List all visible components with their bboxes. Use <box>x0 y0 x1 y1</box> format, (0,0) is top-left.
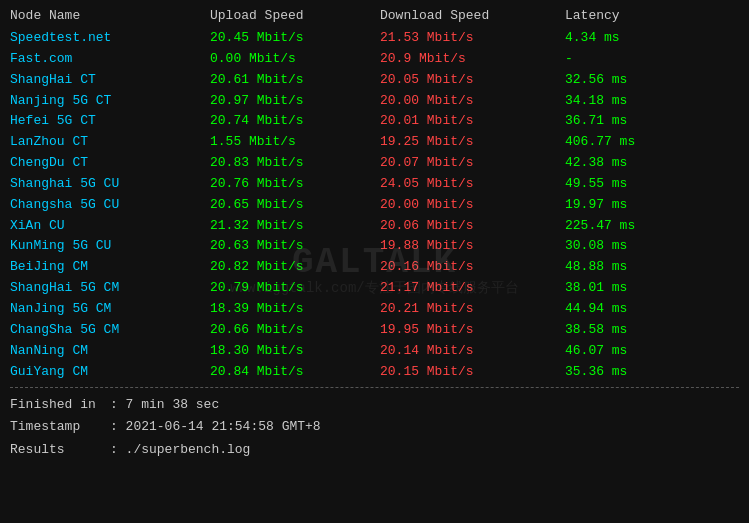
cell-download: 20.15 Mbit/s <box>380 363 565 382</box>
cell-upload: 20.74 Mbit/s <box>210 112 380 131</box>
header-node: Node Name <box>10 8 210 23</box>
cell-node: ShangHai 5G CM <box>10 279 210 298</box>
table-row: NanJing 5G CM 18.39 Mbit/s 20.21 Mbit/s … <box>10 300 739 319</box>
cell-node: ChengDu CT <box>10 154 210 173</box>
cell-latency: 44.94 ms <box>565 300 695 319</box>
table-row: Nanjing 5G CT 20.97 Mbit/s 20.00 Mbit/s … <box>10 92 739 111</box>
header-latency: Latency <box>565 8 695 23</box>
cell-download: 20.05 Mbit/s <box>380 71 565 90</box>
cell-download: 21.17 Mbit/s <box>380 279 565 298</box>
cell-latency: 225.47 ms <box>565 217 695 236</box>
cell-latency: 36.71 ms <box>565 112 695 131</box>
cell-upload: 20.61 Mbit/s <box>210 71 380 90</box>
cell-upload: 20.83 Mbit/s <box>210 154 380 173</box>
cell-upload: 20.63 Mbit/s <box>210 237 380 256</box>
cell-node: XiAn CU <box>10 217 210 236</box>
cell-latency: 34.18 ms <box>565 92 695 111</box>
footer-finished: Finished in : 7 min 38 sec <box>10 394 739 416</box>
cell-download: 20.21 Mbit/s <box>380 300 565 319</box>
footer-timestamp-value: : 2021-06-14 21:54:58 GMT+8 <box>110 416 321 438</box>
cell-download: 20.9 Mbit/s <box>380 50 565 69</box>
cell-upload: 21.32 Mbit/s <box>210 217 380 236</box>
cell-latency: 38.58 ms <box>565 321 695 340</box>
cell-upload: 20.65 Mbit/s <box>210 196 380 215</box>
cell-download: 20.16 Mbit/s <box>380 258 565 277</box>
footer-results-label: Results <box>10 439 110 461</box>
cell-node: BeiJing CM <box>10 258 210 277</box>
cell-node: KunMing 5G CU <box>10 237 210 256</box>
cell-latency: 46.07 ms <box>565 342 695 361</box>
cell-latency: 32.56 ms <box>565 71 695 90</box>
table-row: GuiYang CM 20.84 Mbit/s 20.15 Mbit/s 35.… <box>10 363 739 382</box>
cell-node: LanZhou CT <box>10 133 210 152</box>
footer-timestamp: Timestamp : 2021-06-14 21:54:58 GMT+8 <box>10 416 739 438</box>
header-upload: Upload Speed <box>210 8 380 23</box>
terminal-window: GALTALK www.iggtalk.com/专注于国内专线服务平台 Node… <box>0 0 749 523</box>
cell-download: 20.06 Mbit/s <box>380 217 565 236</box>
cell-download: 20.00 Mbit/s <box>380 196 565 215</box>
cell-upload: 18.30 Mbit/s <box>210 342 380 361</box>
cell-node: NanJing 5G CM <box>10 300 210 319</box>
footer-timestamp-label: Timestamp <box>10 416 110 438</box>
cell-upload: 20.66 Mbit/s <box>210 321 380 340</box>
table-row: ShangHai CT 20.61 Mbit/s 20.05 Mbit/s 32… <box>10 71 739 90</box>
cell-upload: 18.39 Mbit/s <box>210 300 380 319</box>
cell-download: 20.00 Mbit/s <box>380 92 565 111</box>
cell-upload: 0.00 Mbit/s <box>210 50 380 69</box>
cell-upload: 20.84 Mbit/s <box>210 363 380 382</box>
cell-node: Fast.com <box>10 50 210 69</box>
cell-upload: 20.97 Mbit/s <box>210 92 380 111</box>
cell-latency: 19.97 ms <box>565 196 695 215</box>
cell-node: ChangSha 5G CM <box>10 321 210 340</box>
table-row: BeiJing CM 20.82 Mbit/s 20.16 Mbit/s 48.… <box>10 258 739 277</box>
cell-download: 19.88 Mbit/s <box>380 237 565 256</box>
table-row: XiAn CU 21.32 Mbit/s 20.06 Mbit/s 225.47… <box>10 217 739 236</box>
table-row: LanZhou CT 1.55 Mbit/s 19.25 Mbit/s 406.… <box>10 133 739 152</box>
cell-node: GuiYang CM <box>10 363 210 382</box>
cell-node: Speedtest.net <box>10 29 210 48</box>
cell-latency: 406.77 ms <box>565 133 695 152</box>
table-row: Changsha 5G CU 20.65 Mbit/s 20.00 Mbit/s… <box>10 196 739 215</box>
cell-node: ShangHai CT <box>10 71 210 90</box>
table-header: Node Name Upload Speed Download Speed La… <box>10 8 739 25</box>
table-row: NanNing CM 18.30 Mbit/s 20.14 Mbit/s 46.… <box>10 342 739 361</box>
cell-download: 20.07 Mbit/s <box>380 154 565 173</box>
table-row: Hefei 5G CT 20.74 Mbit/s 20.01 Mbit/s 36… <box>10 112 739 131</box>
cell-upload: 20.79 Mbit/s <box>210 279 380 298</box>
cell-upload: 20.76 Mbit/s <box>210 175 380 194</box>
cell-latency: 35.36 ms <box>565 363 695 382</box>
table-row: ChangSha 5G CM 20.66 Mbit/s 19.95 Mbit/s… <box>10 321 739 340</box>
table-row: Fast.com 0.00 Mbit/s 20.9 Mbit/s - <box>10 50 739 69</box>
cell-latency: 4.34 ms <box>565 29 695 48</box>
table-row: ShangHai 5G CM 20.79 Mbit/s 21.17 Mbit/s… <box>10 279 739 298</box>
cell-node: Changsha 5G CU <box>10 196 210 215</box>
cell-download: 19.25 Mbit/s <box>380 133 565 152</box>
table-row: Speedtest.net 20.45 Mbit/s 21.53 Mbit/s … <box>10 29 739 48</box>
cell-node: Shanghai 5G CU <box>10 175 210 194</box>
cell-download: 20.01 Mbit/s <box>380 112 565 131</box>
footer-results-value: : ./superbench.log <box>110 439 250 461</box>
cell-node: Hefei 5G CT <box>10 112 210 131</box>
cell-download: 24.05 Mbit/s <box>380 175 565 194</box>
footer-finished-value: : 7 min 38 sec <box>110 394 219 416</box>
cell-upload: 20.45 Mbit/s <box>210 29 380 48</box>
cell-latency: 42.38 ms <box>565 154 695 173</box>
cell-node: NanNing CM <box>10 342 210 361</box>
cell-latency: 38.01 ms <box>565 279 695 298</box>
table-row: Shanghai 5G CU 20.76 Mbit/s 24.05 Mbit/s… <box>10 175 739 194</box>
cell-upload: 20.82 Mbit/s <box>210 258 380 277</box>
cell-download: 20.14 Mbit/s <box>380 342 565 361</box>
divider <box>10 387 739 388</box>
cell-latency: 49.55 ms <box>565 175 695 194</box>
footer-finished-label: Finished in <box>10 394 110 416</box>
footer-section: Finished in : 7 min 38 sec Timestamp : 2… <box>10 394 739 460</box>
footer-results: Results : ./superbench.log <box>10 439 739 461</box>
cell-node: Nanjing 5G CT <box>10 92 210 111</box>
cell-upload: 1.55 Mbit/s <box>210 133 380 152</box>
cell-download: 19.95 Mbit/s <box>380 321 565 340</box>
table-row: KunMing 5G CU 20.63 Mbit/s 19.88 Mbit/s … <box>10 237 739 256</box>
header-download: Download Speed <box>380 8 565 23</box>
cell-latency: 30.08 ms <box>565 237 695 256</box>
table-row: ChengDu CT 20.83 Mbit/s 20.07 Mbit/s 42.… <box>10 154 739 173</box>
table-body: Speedtest.net 20.45 Mbit/s 21.53 Mbit/s … <box>10 29 739 381</box>
